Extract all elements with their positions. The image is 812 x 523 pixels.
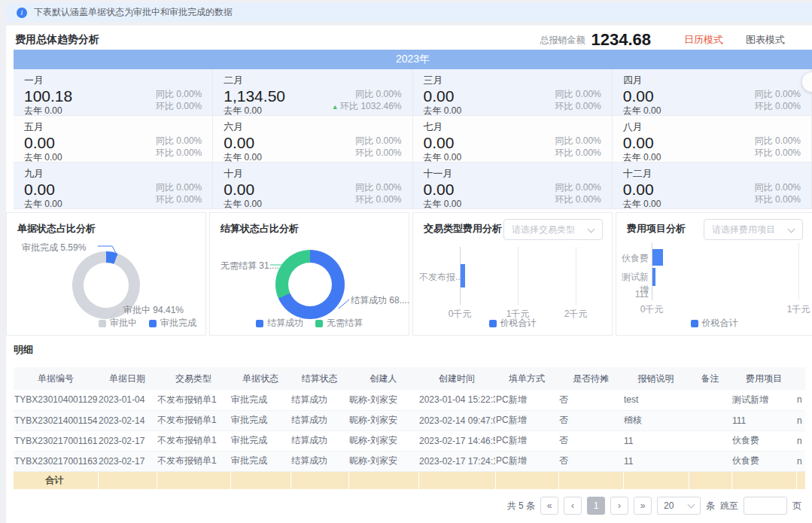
table-cell: 稽核	[623, 410, 689, 430]
legend-item-no-settle[interactable]: 无需结算	[315, 317, 363, 330]
callout-approve-done: 审批完成 5.59%	[22, 242, 86, 254]
month-stats: 同比 0.00%环比 0.00%	[755, 135, 801, 159]
table-cell: PC新增	[495, 451, 558, 471]
panel-txn-type: 交易类型费用分析 请选择交易类型 不发布报... 0千元1千元2千元 价税合计	[412, 212, 613, 336]
legend-item-approve-done[interactable]: 审批完成	[149, 317, 196, 330]
table-cell: PC新增	[495, 390, 558, 410]
table-cell: PC新增	[495, 430, 558, 451]
table-cell	[689, 390, 731, 410]
table-cell: 昵称-刘家安	[348, 430, 418, 451]
table-row[interactable]: TYBX2302140011542023-02-14不发布报销单1审批完成结算成…	[14, 410, 805, 430]
first-page-button[interactable]: «	[540, 497, 558, 515]
legend-item-approving[interactable]: 审批中	[99, 317, 137, 330]
table-cell: n	[796, 410, 805, 430]
month-cell-12[interactable]: 十二月0.00去年 0.00同比 0.00%环比 0.00%	[613, 163, 812, 209]
legend-swatch-blue	[149, 320, 157, 327]
month-name: 六月	[224, 120, 401, 134]
month-name: 十二月	[623, 167, 801, 181]
table-cell: 11	[623, 451, 689, 471]
next-page-button[interactable]: ›	[610, 497, 628, 515]
month-stats: 同比 0.00%环比 0.00%	[555, 181, 601, 205]
table-cell: 否	[558, 430, 623, 451]
total-row-cell	[731, 471, 796, 489]
column-header: 创建人	[348, 367, 418, 390]
month-cell-11[interactable]: 十一月0.00去年 0.00同比 0.00%环比 0.00%	[413, 163, 613, 209]
month-cell-2[interactable]: 二月1,134.50去年 0.00同比 0.00%▲ 环比 1032.46%	[213, 69, 412, 116]
table-row[interactable]: TYBX2302170011632023-02-17不发布报销单1审批完成结算成…	[14, 451, 805, 471]
month-cell-6[interactable]: 六月0.00去年 0.00同比 0.00%环比 0.00%	[213, 116, 412, 163]
txn-type-select[interactable]: 请选择交易类型	[503, 219, 603, 240]
chevron-down-icon	[688, 501, 695, 509]
column-header: 单据状态	[230, 367, 290, 390]
month-stats: 同比 0.00%环比 0.00%	[355, 181, 401, 205]
table-row[interactable]: TYBX2301040011292023-01-04不发布报销单1审批完成结算成…	[14, 390, 805, 410]
tab-calendar-mode[interactable]: 日历模式	[684, 33, 723, 47]
legend-item-tax-total[interactable]: 价税合计	[691, 317, 738, 330]
expense-gridline-1	[798, 243, 799, 300]
txn-gridline-2	[576, 247, 576, 305]
txn-bar	[461, 264, 465, 287]
expense-legend: 价税合计	[616, 317, 812, 330]
page-size-select[interactable]: 20	[657, 497, 701, 515]
column-header: 单据编号	[14, 367, 98, 390]
month-cell-1[interactable]: 一月100.18去年 0.00同比 0.00%环比 0.00%	[14, 69, 213, 116]
txn-type-select-placeholder: 请选择交易类型	[512, 223, 575, 236]
month-cell-9[interactable]: 九月0.00去年 0.00同比 0.00%环比 0.00%	[14, 163, 213, 209]
total-row-cell	[418, 471, 495, 489]
page-1-button[interactable]: 1	[587, 497, 605, 515]
chevron-down-icon	[788, 226, 795, 233]
x-axis-tick: 1千元	[787, 303, 810, 316]
table-cell: n	[796, 390, 805, 410]
info-icon: i	[17, 8, 27, 18]
month-cell-4[interactable]: 四月0.00去年 0.00同比 0.00%环比 0.00%	[613, 69, 812, 116]
table-cell: 测试新增	[731, 390, 796, 410]
table-cell: 2023-02-14 09:47:02	[418, 410, 495, 430]
month-cell-8[interactable]: 八月0.00去年 0.00同比 0.00%环比 0.00%	[613, 116, 812, 163]
table-cell: 不发布报销单1	[157, 451, 230, 471]
legend-item-tax-total[interactable]: 价税合计	[489, 317, 537, 330]
total-amount-label: 总报销金额	[540, 34, 585, 47]
column-header: 费用项目	[731, 367, 796, 390]
month-cell-5[interactable]: 五月0.00去年 0.00同比 0.00%环比 0.00%	[14, 116, 213, 163]
callout-settle-success: 结算成功 68....	[351, 294, 409, 307]
panel-settle-status-title: 结算状态占比分析	[220, 222, 299, 236]
txn-category-label: 不发布报...	[419, 271, 463, 284]
tab-chart-mode[interactable]: 图表模式	[746, 33, 785, 47]
column-header: 结算状态	[290, 367, 348, 390]
table-row[interactable]: TYBX2302170011612023-02-17不发布报销单1审批完成结算成…	[14, 430, 805, 451]
table-cell: 11	[623, 430, 689, 451]
month-name: 一月	[24, 74, 202, 87]
last-page-button[interactable]: »	[634, 497, 652, 515]
expense-item-select-placeholder: 请选择费用项目	[712, 223, 775, 236]
expense-bar-1	[652, 249, 663, 266]
table-cell: 结算成功	[290, 451, 348, 471]
table-cell: 否	[558, 390, 623, 410]
column-header: 填单方式	[495, 367, 558, 390]
month-cell-3[interactable]: 三月0.00去年 0.00同比 0.00%环比 0.00%	[413, 69, 613, 116]
month-cell-7[interactable]: 七月0.00去年 0.00同比 0.00%环比 0.00%	[413, 116, 613, 163]
legend-swatch-blue	[489, 320, 497, 327]
jump-page-input[interactable]	[744, 497, 787, 515]
legend-swatch-gray	[99, 320, 106, 327]
column-header: 是否待摊	[558, 367, 623, 390]
jump-label: 跳至	[720, 500, 738, 512]
table-cell: 昵称-刘家安	[348, 410, 418, 430]
pagination: 共 5 条 « ‹ 1 › » 20 条 跳至 页	[507, 497, 801, 515]
legend-swatch-green	[315, 320, 323, 327]
month-cell-10[interactable]: 十月0.00去年 0.00同比 0.00%环比 0.00%	[213, 163, 412, 209]
table-cell: 否	[558, 451, 623, 471]
total-row-cell	[230, 471, 290, 489]
x-axis-tick: 0千元	[640, 303, 664, 316]
callout-approving: 审批中 94.41%	[123, 304, 184, 317]
panel-txn-type-title: 交易类型费用分析	[424, 222, 502, 236]
prev-page-button[interactable]: ‹	[564, 497, 582, 515]
legend-item-settle-success[interactable]: 结算成功	[256, 317, 303, 330]
month-name: 七月	[424, 120, 601, 134]
settle-status-donut-chart	[275, 250, 345, 319]
txn-gridline-1	[518, 247, 519, 305]
month-name: 四月	[623, 74, 801, 87]
table-cell: 不发布报销单1	[157, 430, 230, 451]
year-banner: 2023年	[14, 50, 812, 69]
table-cell: 审批完成	[230, 451, 290, 471]
expense-item-select[interactable]: 请选择费用项目	[704, 219, 803, 240]
